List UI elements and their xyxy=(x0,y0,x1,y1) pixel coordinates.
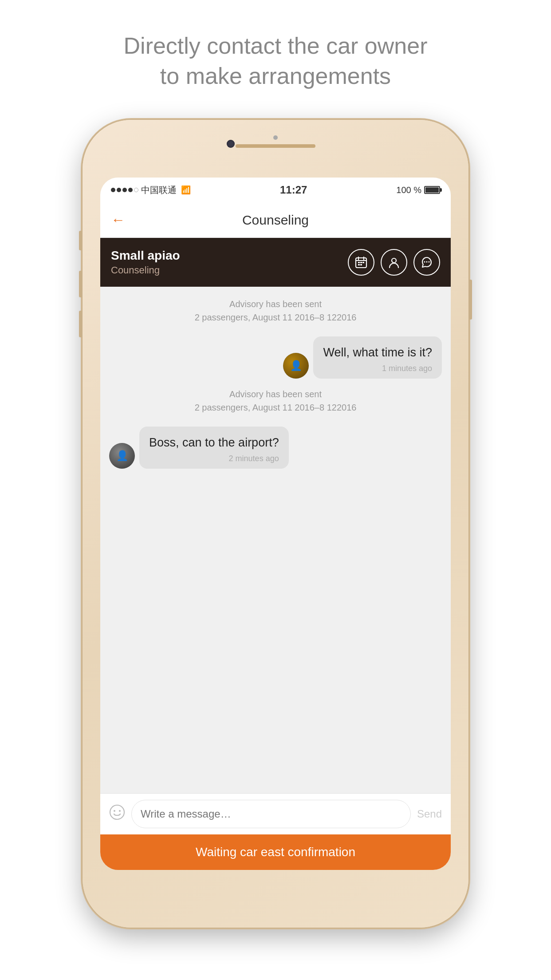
system-message-1-text: Advisory has been sent xyxy=(109,297,442,311)
carrier-label: 中国联通 xyxy=(141,184,177,196)
message-row-outgoing: Well, what time is it? 1 minutes ago 👤 xyxy=(109,336,442,379)
message-input[interactable] xyxy=(131,800,411,828)
incoming-avatar: 👤 xyxy=(109,443,135,469)
outgoing-avatar-image: 👤 xyxy=(283,353,309,379)
system-message-2: Advisory has been sent 2 passengers, Aug… xyxy=(109,387,442,414)
svg-point-14 xyxy=(114,810,115,812)
signal-dot-2 xyxy=(117,188,121,192)
signal-dot-5 xyxy=(134,188,138,192)
system-message-1-subtext: 2 passengers, August 11 2016–8 122016 xyxy=(109,311,442,324)
signal-strength xyxy=(111,188,138,192)
chat-input-area: Send xyxy=(100,793,451,834)
svg-point-9 xyxy=(392,258,396,263)
calendar-icon-button[interactable] xyxy=(348,249,374,276)
incoming-text: Boss, can to the airport? xyxy=(149,435,279,451)
bottom-status-bar[interactable]: Waiting car east confirmation xyxy=(100,834,451,870)
phone-speaker xyxy=(236,144,315,148)
svg-rect-5 xyxy=(360,262,362,263)
chat-contact-name: Small apiao xyxy=(111,249,348,263)
outgoing-time: 1 minutes ago xyxy=(323,364,432,373)
system-message-1: Advisory has been sent 2 passengers, Aug… xyxy=(109,297,442,324)
signal-dot-3 xyxy=(122,188,127,192)
outgoing-avatar: 👤 xyxy=(283,353,309,379)
system-message-2-text: Advisory has been sent xyxy=(109,387,442,401)
signal-dot-1 xyxy=(111,188,115,192)
power-button[interactable] xyxy=(469,280,472,320)
nav-bar: ← Counseling xyxy=(100,202,451,238)
chat-bubble-icon-button[interactable] xyxy=(413,249,440,276)
status-right: 100 % xyxy=(396,185,440,195)
svg-rect-8 xyxy=(360,264,362,265)
send-button[interactable]: Send xyxy=(417,808,442,820)
outgoing-text: Well, what time is it? xyxy=(323,344,432,361)
battery-percent: 100 % xyxy=(396,185,421,195)
signal-dot-4 xyxy=(128,188,133,192)
clock: 11:27 xyxy=(280,184,307,196)
chat-header-info: Small apiao Counseling xyxy=(111,249,348,276)
battery-icon xyxy=(424,186,440,194)
svg-point-13 xyxy=(110,805,124,819)
page-headline: Directly contact the car owner to make a… xyxy=(0,0,551,109)
svg-rect-4 xyxy=(358,262,360,263)
system-message-2-subtext: 2 passengers, August 11 2016–8 122016 xyxy=(109,401,442,414)
bottom-status-text: Waiting car east confirmation xyxy=(196,845,355,859)
svg-point-10 xyxy=(424,261,425,263)
mute-button[interactable] xyxy=(79,231,82,250)
incoming-time: 2 minutes ago xyxy=(149,454,279,463)
emoji-button[interactable] xyxy=(109,804,125,824)
volume-down-button[interactable] xyxy=(79,311,82,337)
svg-point-12 xyxy=(429,261,430,263)
nav-title: Counseling xyxy=(132,213,419,228)
incoming-avatar-image: 👤 xyxy=(109,443,135,469)
chat-header-icons xyxy=(348,249,440,276)
status-bar: 中国联通 📶 11:27 100 % xyxy=(100,178,451,202)
svg-point-15 xyxy=(119,810,121,812)
phone-screen: 中国联通 📶 11:27 100 % ← Counseling Small ap… xyxy=(100,178,451,870)
svg-rect-7 xyxy=(358,264,360,265)
message-row-incoming: 👤 Boss, can to the airport? 2 minutes ag… xyxy=(109,427,442,469)
svg-point-11 xyxy=(426,261,428,263)
front-camera xyxy=(227,140,235,148)
incoming-bubble: Boss, can to the airport? 2 minutes ago xyxy=(139,427,289,469)
chat-header: Small apiao Counseling xyxy=(100,238,451,287)
phone-shell: 中国联通 📶 11:27 100 % ← Counseling Small ap… xyxy=(83,120,468,928)
wifi-icon: 📶 xyxy=(181,185,191,195)
chat-messages: Advisory has been sent 2 passengers, Aug… xyxy=(100,287,451,793)
svg-rect-6 xyxy=(362,262,364,263)
status-left: 中国联通 📶 xyxy=(111,184,191,196)
phone-dot xyxy=(273,135,278,140)
back-button[interactable]: ← xyxy=(111,212,125,228)
chat-contact-subtitle: Counseling xyxy=(111,265,348,276)
volume-up-button[interactable] xyxy=(79,271,82,297)
profile-icon-button[interactable] xyxy=(381,249,407,276)
outgoing-bubble: Well, what time is it? 1 minutes ago xyxy=(313,336,442,379)
